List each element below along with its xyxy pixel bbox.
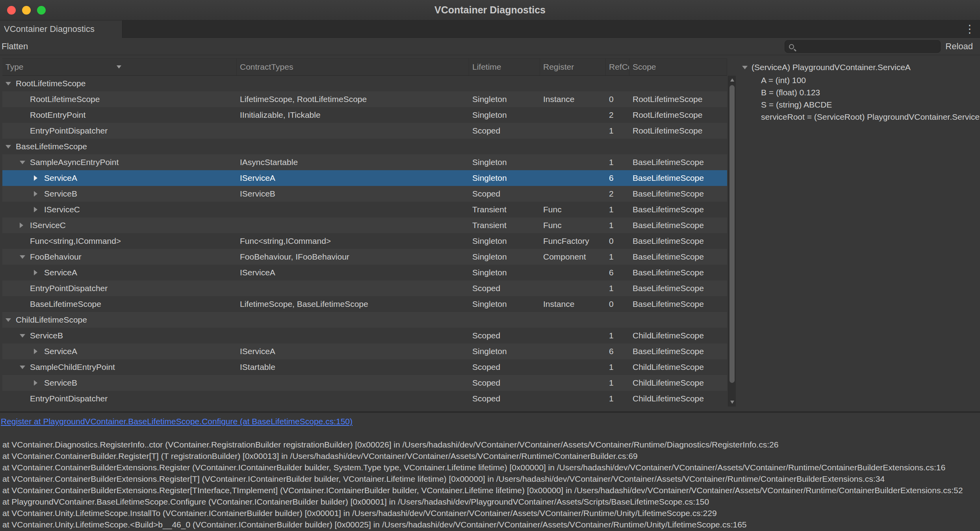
- table-row[interactable]: ServiceAIServiceASingleton6BaseLifetimeS…: [2, 343, 727, 359]
- row-type-label: IServiceC: [44, 202, 80, 217]
- foldout-expanded-icon[interactable]: [20, 359, 30, 375]
- table-row[interactable]: ChildLifetimeScope: [2, 312, 727, 328]
- row-type-cell: ServiceB: [2, 186, 237, 202]
- search-input[interactable]: [797, 42, 936, 51]
- row-refcount: 1: [606, 359, 629, 375]
- row-type-cell: BaseLifetimeScope: [2, 139, 237, 154]
- column-header-refcount[interactable]: RefCount: [606, 59, 629, 75]
- table-row[interactable]: SampleAsyncEntryPointIAsyncStartableSing…: [2, 154, 727, 170]
- row-type-cell: ServiceA: [2, 265, 237, 280]
- table-row[interactable]: IServiceCTransientFunc1BaseLifetimeScope: [2, 217, 727, 233]
- tab-vcontainer-diagnostics[interactable]: VContainer Diagnostics: [0, 20, 122, 38]
- stack-trace-line: at VContainer.ContainerBuilderExtensions…: [2, 485, 980, 496]
- stack-trace-line: at VContainer.ContainerBuilder.Register[…: [2, 450, 980, 462]
- row-register: [540, 170, 606, 186]
- foldout-expanded-icon[interactable]: [20, 154, 30, 170]
- foldout-expanded-icon[interactable]: [6, 76, 16, 91]
- row-type-label: BaseLifetimeScope: [16, 139, 87, 154]
- row-register: [540, 265, 606, 280]
- foldout-expanded-icon[interactable]: [20, 249, 30, 265]
- stack-trace-line: at VContainer.ContainerBuilderExtensions…: [2, 473, 980, 485]
- row-scope: BaseLifetimeScope: [629, 202, 727, 217]
- table-row[interactable]: RootEntryPointIInitializable, ITickableS…: [2, 107, 727, 123]
- foldout-expanded-icon[interactable]: [6, 312, 16, 328]
- table-row[interactable]: SampleChildEntryPointIStartableScoped1Ch…: [2, 359, 727, 375]
- foldout-spacer: [20, 123, 30, 139]
- table-row[interactable]: BaseLifetimeScope: [2, 139, 727, 154]
- table-row[interactable]: ServiceBScoped1ChildLifetimeScope: [2, 375, 727, 391]
- foldout-expanded-icon[interactable]: [6, 139, 16, 154]
- row-contracttypes: LifetimeScope, BaseLifetimeScope: [237, 296, 469, 312]
- vertical-scrollbar[interactable]: [728, 76, 736, 407]
- foldout-collapsed-icon[interactable]: [34, 375, 44, 391]
- foldout-collapsed-icon[interactable]: [34, 186, 44, 202]
- row-type-cell: ServiceB: [2, 375, 237, 391]
- window-menu-button[interactable]: ⋮: [962, 20, 978, 38]
- row-lifetime: Singleton: [469, 343, 540, 359]
- table-row[interactable]: ServiceBScoped1ChildLifetimeScope: [2, 328, 727, 343]
- table-row[interactable]: RootLifetimeScopeLifetimeScope, RootLife…: [2, 91, 727, 107]
- flatten-toggle-button[interactable]: Flatten: [0, 38, 33, 55]
- row-lifetime: Scoped: [469, 123, 540, 139]
- search-field[interactable]: [785, 40, 941, 53]
- column-header-lifetime[interactable]: Lifetime: [469, 59, 540, 75]
- row-register: [540, 123, 606, 139]
- table-row[interactable]: FooBehaviourFooBehaviour, IFooBehaviourS…: [2, 249, 727, 265]
- table-row[interactable]: EntryPointDispatcherScoped1ChildLifetime…: [2, 391, 727, 407]
- column-header-contracttypes[interactable]: ContractTypes: [237, 59, 469, 75]
- row-refcount: 2: [606, 107, 629, 123]
- foldout-collapsed-icon[interactable]: [20, 217, 30, 233]
- foldout-expanded-icon[interactable]: [20, 328, 30, 343]
- row-type-label: ServiceB: [44, 186, 77, 202]
- column-header-type[interactable]: Type: [2, 59, 237, 75]
- reload-button[interactable]: Reload: [941, 38, 978, 55]
- foldout-collapsed-icon[interactable]: [34, 202, 44, 217]
- scrollbar-thumb[interactable]: [729, 85, 735, 383]
- table-row[interactable]: IServiceCTransientFunc1BaseLifetimeScope: [2, 202, 727, 217]
- minimize-button[interactable]: [22, 6, 31, 15]
- row-register: [540, 359, 606, 375]
- row-refcount: 6: [606, 343, 629, 359]
- row-scope: ChildLifetimeScope: [629, 391, 727, 407]
- foldout-collapsed-icon[interactable]: [34, 170, 44, 186]
- scroll-up-arrow-icon[interactable]: [728, 76, 736, 84]
- row-type-label: Func<string,ICommand>: [30, 233, 121, 249]
- row-contracttypes: [237, 391, 469, 407]
- table-row[interactable]: EntryPointDispatcherScoped1BaseLifetimeS…: [2, 280, 727, 296]
- table-row[interactable]: ServiceAIServiceASingleton6BaseLifetimeS…: [2, 265, 727, 280]
- row-register: [540, 328, 606, 343]
- row-contracttypes: [237, 217, 469, 233]
- column-header-register[interactable]: Register: [540, 59, 606, 75]
- row-type-cell: SampleChildEntryPoint: [2, 359, 237, 375]
- row-type-cell: ServiceA: [2, 343, 237, 359]
- close-button[interactable]: [7, 6, 16, 15]
- table-row[interactable]: EntryPointDispatcherScoped1RootLifetimeS…: [2, 123, 727, 139]
- table-row[interactable]: BaseLifetimeScopeLifetimeScope, BaseLife…: [2, 296, 727, 312]
- row-lifetime: Scoped: [469, 186, 540, 202]
- zoom-button[interactable]: [37, 6, 46, 15]
- tab-bar: VContainer Diagnostics ⋮: [0, 20, 980, 38]
- scroll-down-arrow-icon[interactable]: [728, 399, 736, 406]
- table-row[interactable]: ServiceBIServiceBScoped2BaseLifetimeScop…: [2, 186, 727, 202]
- foldout-collapsed-icon[interactable]: [34, 343, 44, 359]
- row-register: Component: [540, 249, 606, 265]
- row-contracttypes: IServiceA: [237, 170, 469, 186]
- table-row[interactable]: ServiceAIServiceASingleton6BaseLifetimeS…: [2, 170, 727, 186]
- detail-properties: A = (int) 100B = (float) 0.123S = (strin…: [742, 74, 980, 123]
- foldout-collapsed-icon[interactable]: [34, 265, 44, 280]
- row-refcount: 1: [606, 249, 629, 265]
- column-header-scope[interactable]: Scope: [629, 59, 727, 75]
- row-register: [540, 154, 606, 170]
- detail-title-row[interactable]: (ServiceA) PlaygroundVContainer.ServiceA: [742, 61, 980, 74]
- row-lifetime: [469, 139, 540, 154]
- table-row[interactable]: Func<string,ICommand>Func<string,IComman…: [2, 233, 727, 249]
- table-row[interactable]: RootLifetimeScope: [2, 76, 727, 91]
- stack-trace: at VContainer.Diagnostics.RegisterInfo..…: [2, 439, 980, 530]
- table-header: TypeContractTypesLifetimeRegisterRefCoun…: [2, 58, 727, 76]
- register-source-link[interactable]: Register at PlaygroundVContainer.BaseLif…: [1, 417, 353, 426]
- row-refcount: 1: [606, 328, 629, 343]
- row-scope: BaseLifetimeScope: [629, 217, 727, 233]
- foldout-expanded-icon[interactable]: [742, 66, 752, 69]
- row-type-label: BaseLifetimeScope: [30, 296, 101, 312]
- row-scope: BaseLifetimeScope: [629, 343, 727, 359]
